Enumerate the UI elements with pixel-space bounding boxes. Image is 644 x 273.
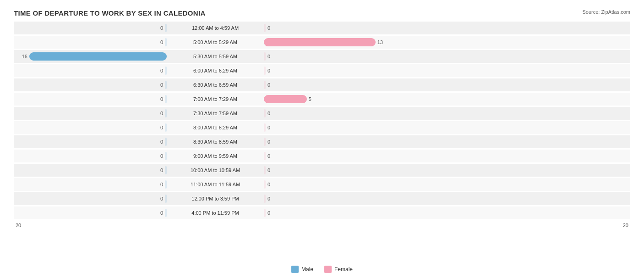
right-section: 0 xyxy=(261,81,417,89)
male-bar xyxy=(165,38,167,46)
male-bar xyxy=(165,123,167,132)
table-row: 0 8:00 AM to 8:29 AM 0 xyxy=(14,121,630,134)
table-row: 0 8:30 AM to 8:59 AM 0 xyxy=(14,135,630,148)
male-bar xyxy=(165,180,167,189)
male-bar xyxy=(165,109,167,117)
female-value-label: 0 xyxy=(267,139,276,145)
chart-container: TIME OF DEPARTURE TO WORK BY SEX IN CALE… xyxy=(0,0,644,273)
table-row: 0 11:00 AM to 11:59 AM 0 xyxy=(14,178,630,191)
left-section: 0 xyxy=(14,152,169,160)
male-bar xyxy=(165,95,167,103)
time-label: 12:00 AM to 4:59 AM xyxy=(169,25,261,31)
left-section: 0 xyxy=(14,24,169,32)
time-label: 8:00 AM to 8:29 AM xyxy=(169,125,261,130)
female-bar xyxy=(264,38,376,46)
female-bar xyxy=(264,81,266,89)
time-label: 8:30 AM to 8:59 AM xyxy=(169,139,261,145)
legend-female: Female xyxy=(324,266,353,273)
female-value-label: 0 xyxy=(267,196,276,201)
male-value-label: 0 xyxy=(155,182,163,187)
female-bar xyxy=(264,67,266,75)
right-section: 13 xyxy=(261,38,417,46)
left-section: 0 xyxy=(14,109,169,117)
male-bar xyxy=(29,52,167,61)
female-value-label: 0 xyxy=(267,25,276,31)
left-section: 16 xyxy=(14,52,169,61)
female-bar xyxy=(264,209,266,217)
female-value-label: 0 xyxy=(267,82,276,88)
male-value-label: 0 xyxy=(155,96,163,102)
right-section: 0 xyxy=(261,109,417,117)
male-value-label: 0 xyxy=(155,153,163,159)
time-label: 7:30 AM to 7:59 AM xyxy=(169,111,261,116)
time-label: 10:00 AM to 10:59 AM xyxy=(169,167,261,173)
male-value-label: 0 xyxy=(155,25,163,31)
male-value-label: 0 xyxy=(155,210,163,216)
female-value-label: 0 xyxy=(267,153,276,159)
male-value-label: 0 xyxy=(155,82,163,88)
left-section: 0 xyxy=(14,38,169,46)
male-bar xyxy=(165,138,167,146)
chart-title: TIME OF DEPARTURE TO WORK BY SEX IN CALE… xyxy=(14,9,630,17)
male-bar xyxy=(165,152,167,160)
legend-male: Male xyxy=(291,266,313,273)
left-section: 0 xyxy=(14,67,169,75)
male-bar xyxy=(165,209,167,217)
right-section: 0 xyxy=(261,152,417,160)
right-section: 0 xyxy=(261,52,417,61)
time-label: 5:00 AM to 5:29 AM xyxy=(169,39,261,45)
right-section: 0 xyxy=(261,138,417,146)
left-section: 0 xyxy=(14,195,169,203)
chart-area: 0 12:00 AM to 4:59 AM 0 0 5:00 AM to 5:2… xyxy=(14,21,630,234)
table-row: 0 6:00 AM to 6:29 AM 0 xyxy=(14,64,630,77)
right-section: 0 xyxy=(261,67,417,75)
male-value-label: 0 xyxy=(155,167,163,173)
table-row: 0 5:00 AM to 5:29 AM 13 xyxy=(14,36,630,49)
female-bar xyxy=(264,152,266,160)
male-bar xyxy=(165,195,167,203)
axis-left: 20 xyxy=(14,223,169,228)
left-section: 0 xyxy=(14,95,169,103)
time-label: 6:30 AM to 6:59 AM xyxy=(169,82,261,88)
table-row: 0 9:00 AM to 9:59 AM 0 xyxy=(14,150,630,162)
male-bar xyxy=(165,67,167,75)
female-value-label: 0 xyxy=(267,68,276,73)
female-bar xyxy=(264,109,266,117)
female-bar xyxy=(264,24,266,32)
legend-male-box xyxy=(291,266,299,273)
table-row: 0 6:30 AM to 6:59 AM 0 xyxy=(14,78,630,91)
axis-container: 20 20 xyxy=(14,223,630,228)
table-row: 0 12:00 AM to 4:59 AM 0 xyxy=(14,22,630,34)
legend-female-box xyxy=(324,266,332,273)
legend-male-label: Male xyxy=(301,266,313,273)
right-section: 0 xyxy=(261,209,417,217)
female-bar xyxy=(264,138,266,146)
time-label: 9:00 AM to 9:59 AM xyxy=(169,153,261,159)
left-section: 0 xyxy=(14,138,169,146)
legend: Male Female xyxy=(291,266,353,273)
table-row: 16 5:30 AM to 5:59 AM 0 xyxy=(14,50,630,63)
left-section: 0 xyxy=(14,209,169,217)
female-value-label: 0 xyxy=(267,111,276,116)
table-row: 0 7:00 AM to 7:29 AM 5 xyxy=(14,93,630,106)
right-section: 5 xyxy=(261,95,417,103)
time-label: 11:00 AM to 11:59 AM xyxy=(169,182,261,187)
female-value-label: 0 xyxy=(267,167,276,173)
right-section: 0 xyxy=(261,195,417,203)
female-bar xyxy=(264,166,266,174)
male-bar xyxy=(165,24,167,32)
female-value-label: 5 xyxy=(309,96,317,102)
female-value-label: 0 xyxy=(267,125,276,130)
female-bar xyxy=(264,95,307,103)
left-section: 0 xyxy=(14,180,169,189)
time-label: 7:00 AM to 7:29 AM xyxy=(169,96,261,102)
time-label: 12:00 PM to 3:59 PM xyxy=(169,196,261,201)
male-value-label: 0 xyxy=(155,68,163,73)
right-section: 0 xyxy=(261,123,417,132)
female-value-label: 13 xyxy=(377,39,386,45)
axis-right: 20 xyxy=(475,223,630,228)
female-bar xyxy=(264,195,266,203)
female-bar xyxy=(264,123,266,132)
source-text: Source: ZipAtlas.com xyxy=(582,9,630,15)
male-value-label: 0 xyxy=(155,196,163,201)
